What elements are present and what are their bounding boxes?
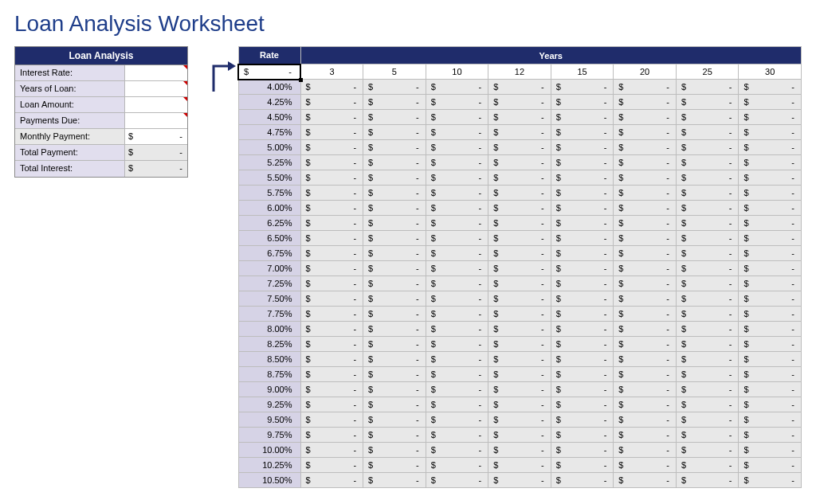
matrix-cell: $-: [300, 367, 363, 382]
matrix-cell: $-: [426, 201, 488, 216]
matrix-cell: $-: [614, 382, 677, 397]
matrix-cell: $-: [676, 216, 739, 231]
loan-row-label: Monthly Payment:: [15, 129, 125, 144]
matrix-cell: $-: [426, 307, 488, 322]
matrix-cell: $-: [363, 473, 426, 488]
matrix-cell: $-: [426, 473, 488, 488]
rate-row-header: 10.50%: [238, 473, 300, 488]
loan-row: Years of Loan:: [15, 81, 187, 97]
loan-row-value[interactable]: [125, 65, 187, 80]
matrix-cell: $-: [488, 307, 551, 322]
matrix-cell: $-: [614, 261, 677, 276]
matrix-cell: $-: [488, 443, 551, 458]
year-column-header: 15: [551, 64, 614, 80]
comment-marker-icon: [183, 113, 187, 117]
table-row: 4.00%$-$-$-$-$-$-$-$-: [238, 80, 802, 95]
matrix-cell: $-: [488, 352, 551, 367]
matrix-cell: $-: [426, 367, 488, 382]
matrix-cell: $-: [551, 291, 614, 307]
matrix-cell: $-: [300, 291, 363, 307]
matrix-cell: $-: [614, 458, 677, 473]
matrix-cell: $-: [363, 291, 426, 307]
loan-row: Total Payment:$-: [15, 145, 187, 161]
matrix-cell: $-: [551, 397, 614, 412]
matrix-cell: $-: [614, 201, 677, 216]
matrix-cell: $-: [363, 382, 426, 397]
matrix-cell: $-: [739, 186, 802, 201]
matrix-cell: $-: [363, 80, 426, 95]
matrix-cell: $-: [488, 337, 551, 352]
matrix-cell: $-: [426, 443, 488, 458]
matrix-cell: $-: [676, 352, 739, 367]
rate-row-header: 6.75%: [238, 246, 300, 261]
matrix-cell: $-: [488, 80, 551, 95]
matrix-cell: $-: [300, 412, 363, 428]
anchor-cell[interactable]: $-: [238, 64, 300, 80]
matrix-cell: $-: [676, 155, 739, 170]
matrix-cell: $-: [300, 458, 363, 473]
matrix-cell: $-: [363, 307, 426, 322]
matrix-cell: $-: [614, 231, 677, 246]
matrix-cell: $-: [739, 125, 802, 140]
table-row: 9.00%$-$-$-$-$-$-$-$-: [238, 382, 802, 397]
matrix-cell: $-: [676, 186, 739, 201]
matrix-cell: $-: [300, 473, 363, 488]
matrix-cell: $-: [488, 170, 551, 186]
matrix-cell: $-: [426, 382, 488, 397]
matrix-cell: $-: [676, 307, 739, 322]
matrix-cell: $-: [300, 261, 363, 276]
rate-row-header: 7.25%: [238, 276, 300, 291]
matrix-cell: $-: [614, 95, 677, 110]
matrix-cell: $-: [739, 428, 802, 443]
matrix-cell: $-: [551, 95, 614, 110]
matrix-cell: $-: [551, 367, 614, 382]
loan-row-value[interactable]: [125, 81, 187, 96]
loan-row-label: Years of Loan:: [15, 81, 125, 96]
matrix-cell: $-: [300, 110, 363, 125]
matrix-cell: $-: [551, 216, 614, 231]
arrow-icon: [190, 46, 237, 102]
matrix-cell: $-: [488, 291, 551, 307]
matrix-cell: $-: [363, 246, 426, 261]
matrix-cell: $-: [614, 110, 677, 125]
matrix-cell: $-: [551, 352, 614, 367]
matrix-cell: $-: [488, 428, 551, 443]
matrix-cell: $-: [739, 261, 802, 276]
matrix-cell: $-: [426, 276, 488, 291]
table-row: 10.00%$-$-$-$-$-$-$-$-: [238, 443, 802, 458]
matrix-cell: $-: [739, 337, 802, 352]
loan-row: Interest Rate:: [15, 65, 187, 81]
loan-row-value[interactable]: [125, 97, 187, 112]
matrix-cell: $-: [363, 352, 426, 367]
year-column-header: 25: [676, 64, 739, 80]
matrix-cell: $-: [488, 155, 551, 170]
matrix-cell: $-: [551, 125, 614, 140]
matrix-cell: $-: [488, 201, 551, 216]
matrix-cell: $-: [676, 95, 739, 110]
matrix-cell: $-: [300, 397, 363, 412]
matrix-cell: $-: [739, 458, 802, 473]
matrix-cell: $-: [300, 95, 363, 110]
loan-row-value[interactable]: [125, 113, 187, 128]
matrix-cell: $-: [551, 186, 614, 201]
matrix-cell: $-: [426, 186, 488, 201]
matrix-cell: $-: [426, 155, 488, 170]
rate-row-header: 5.25%: [238, 155, 300, 170]
matrix-cell: $-: [488, 382, 551, 397]
matrix-cell: $-: [363, 201, 426, 216]
table-row: 5.50%$-$-$-$-$-$-$-$-: [238, 170, 802, 186]
matrix-cell: $-: [488, 261, 551, 276]
matrix-cell: $-: [614, 140, 677, 155]
year-column-header: 3: [300, 64, 363, 80]
rate-row-header: 5.50%: [238, 170, 300, 186]
matrix-cell: $-: [614, 186, 677, 201]
loan-row: Loan Amount:: [15, 97, 187, 113]
matrix-cell: $-: [676, 276, 739, 291]
matrix-cell: $-: [363, 443, 426, 458]
rate-row-header: 7.00%: [238, 261, 300, 276]
matrix-cell: $-: [676, 261, 739, 276]
matrix-cell: $-: [676, 322, 739, 337]
rate-row-header: 4.50%: [238, 110, 300, 125]
matrix-cell: $-: [551, 458, 614, 473]
matrix-cell: $-: [426, 231, 488, 246]
